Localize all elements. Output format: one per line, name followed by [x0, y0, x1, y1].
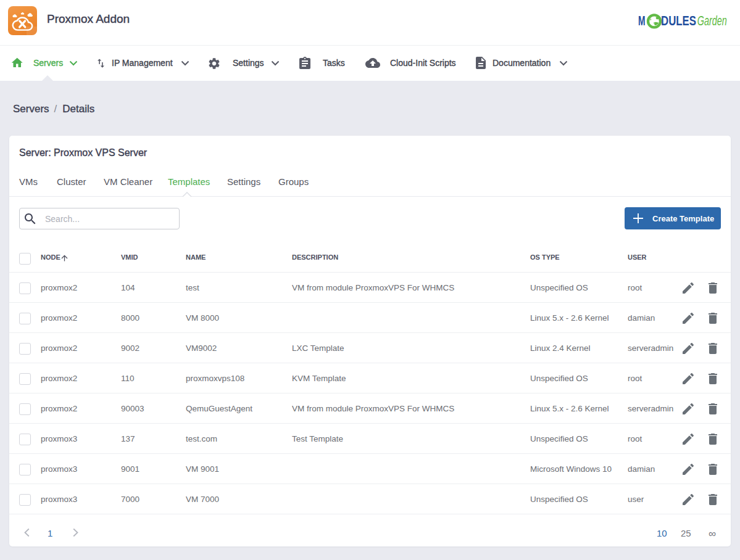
svg-text:M: M: [638, 13, 646, 28]
svg-text:Garden: Garden: [697, 13, 727, 28]
svg-text:DULES: DULES: [661, 13, 696, 28]
